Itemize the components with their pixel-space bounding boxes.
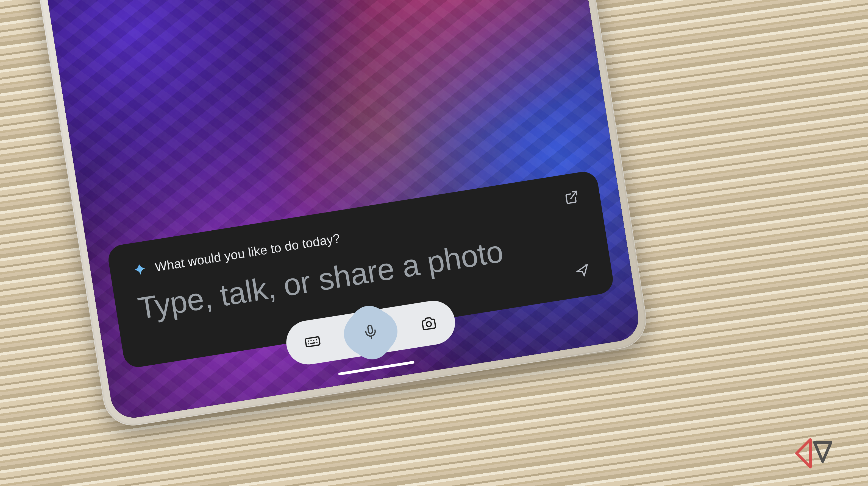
keyboard-icon xyxy=(303,332,322,352)
svg-rect-9 xyxy=(368,325,373,334)
open-external-icon xyxy=(564,189,580,205)
svg-line-10 xyxy=(371,336,372,339)
mic-button[interactable] xyxy=(335,296,407,369)
keyboard-button[interactable] xyxy=(301,331,324,353)
watermark-logo xyxy=(794,435,854,472)
expand-button[interactable] xyxy=(562,188,581,207)
camera-button[interactable] xyxy=(417,312,440,335)
camera-icon xyxy=(420,314,438,333)
svg-line-8 xyxy=(311,343,315,344)
phone-screen: What would you like to do today? Type, t… xyxy=(39,0,642,421)
svg-line-0 xyxy=(570,191,577,199)
phone-frame: What would you like to do today? Type, t… xyxy=(31,0,651,430)
photo-scene: What would you like to do today? Type, t… xyxy=(0,0,868,486)
microphone-icon xyxy=(362,323,380,342)
send-button[interactable] xyxy=(573,261,593,281)
send-sparkle-icon xyxy=(574,262,592,280)
gemini-sparkle-icon xyxy=(131,260,149,279)
phone: What would you like to do today? Type, t… xyxy=(31,0,651,430)
svg-point-11 xyxy=(426,321,432,327)
svg-rect-1 xyxy=(305,337,320,347)
